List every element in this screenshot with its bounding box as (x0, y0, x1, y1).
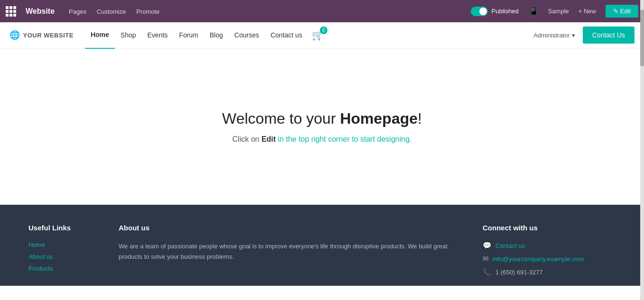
hero-heading-bold: Homepage (340, 110, 418, 127)
site-name: Website (26, 7, 55, 16)
globe-icon: 🌐 (9, 30, 20, 40)
nav-courses[interactable]: Courses (229, 22, 265, 48)
hero-heading-end: ! (418, 110, 422, 127)
edit-button[interactable]: ✎ Edit (606, 5, 638, 18)
connect-heading: Connect with us (483, 224, 616, 232)
footer-useful-links: Useful Links Home About us Products (28, 224, 100, 276)
connect-email: ✉ info@yourcompany.example.com (483, 255, 616, 263)
admin-nav-customize[interactable]: Customize (97, 8, 126, 15)
admin-bar: Website Pages Customize Promote Publishe… (0, 0, 644, 22)
hero-heading-start: Welcome to your (222, 110, 340, 127)
site-nav-links: Home Shop Events Forum Blog Courses Cont… (85, 22, 308, 49)
phone-number: 1 (650) 691-3277 (495, 269, 543, 276)
scrollbar-thumb[interactable] (640, 9, 644, 66)
site-logo: 🌐 YOUR WEBSITE (9, 30, 74, 40)
new-button[interactable]: + New (579, 8, 596, 15)
connect-phone: 📞 1 (650) 691-3277 (483, 268, 616, 276)
useful-links-heading: Useful Links (28, 224, 100, 232)
hero-subtext: Click on Edit in the top right corner to… (233, 135, 412, 144)
chevron-down-icon: ▾ (572, 32, 575, 39)
grid-menu-icon[interactable] (6, 6, 16, 17)
footer-link-products[interactable]: Products (28, 265, 100, 272)
hero-section: Welcome to your Homepage! Click on Edit … (0, 48, 644, 205)
connect-contact: 💬 Contact us (483, 241, 616, 250)
sample-button[interactable]: Sample (548, 8, 569, 15)
logo-text: YOUR WEBSITE (23, 32, 74, 39)
published-toggle: Published (471, 7, 519, 16)
footer: Useful Links Home About us Products Abou… (0, 205, 644, 286)
email-icon: ✉ (483, 255, 489, 263)
footer-link-home[interactable]: Home (28, 241, 100, 248)
nav-home[interactable]: Home (85, 22, 115, 49)
toggle-switch[interactable] (471, 7, 488, 16)
published-label: Published (492, 8, 519, 15)
footer-link-about[interactable]: About us (28, 253, 100, 260)
phone-icon: 📞 (483, 268, 492, 276)
nav-blog[interactable]: Blog (204, 22, 229, 48)
hero-edit-word: Edit (261, 135, 276, 143)
admin-user-label: Administrator (533, 32, 570, 39)
email-link[interactable]: info@yourcompany.example.com (493, 255, 584, 263)
mobile-icon[interactable]: 📱 (528, 6, 539, 17)
nav-contact-us[interactable]: Contact us (265, 22, 308, 48)
hero-design-phrase: in the top right corner to start designi… (278, 135, 412, 143)
nav-forum[interactable]: Forum (173, 22, 204, 48)
chat-icon: 💬 (483, 241, 492, 250)
nav-shop[interactable]: Shop (115, 22, 142, 48)
admin-nav: Pages Customize Promote (69, 8, 168, 15)
about-text: We are a team of passionate people whose… (119, 241, 464, 262)
footer-about: About us We are a team of passionate peo… (119, 224, 464, 276)
admin-user-dropdown[interactable]: Administrator ▾ (533, 32, 575, 39)
footer-connect: Connect with us 💬 Contact us ✉ info@your… (483, 224, 616, 276)
site-nav: 🌐 YOUR WEBSITE Home Shop Events Forum Bl… (0, 22, 644, 48)
cart-badge: 0 (320, 27, 327, 34)
nav-events[interactable]: Events (142, 22, 174, 48)
contact-us-button[interactable]: Contact Us (583, 27, 635, 44)
hero-heading: Welcome to your Homepage! (222, 110, 422, 127)
contact-us-link[interactable]: Contact us (495, 242, 525, 249)
admin-nav-promote[interactable]: Promote (136, 8, 159, 15)
about-heading: About us (119, 224, 464, 232)
cart-icon[interactable]: 🛒 0 (312, 29, 324, 41)
admin-nav-pages[interactable]: Pages (69, 8, 86, 15)
scrollbar[interactable] (640, 0, 644, 286)
